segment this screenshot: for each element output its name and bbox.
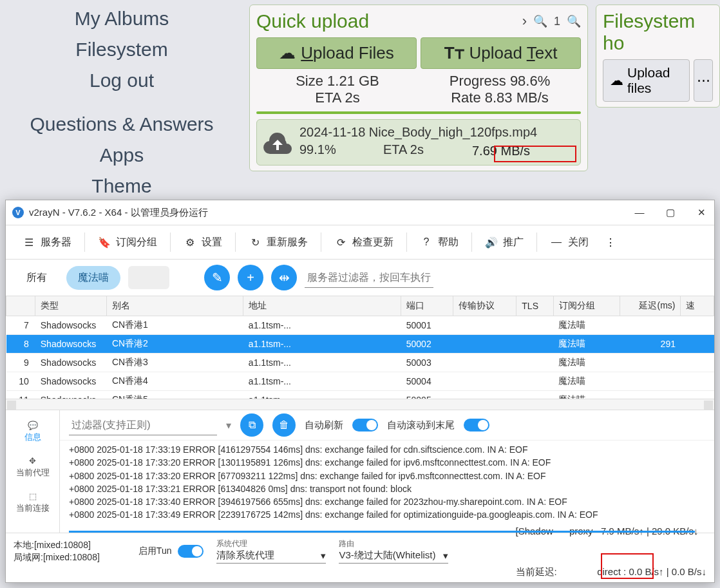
upload-files-button[interactable]: ☁ Upload Files: [256, 37, 417, 69]
log-line: +0800 2025-01-18 17:33:19 ERROR [4161297…: [69, 443, 705, 456]
table-row[interactable]: 11ShadowsocksCN香港5a1.1tsm-...50005魔法喵: [6, 391, 714, 399]
toolbar: ☰服务器 🔖订阅分组 ⚙设置 ↻重新服务 ⟳检查更新 ?帮助 🔊推广 —关闭 ⋮: [6, 225, 714, 260]
plus-icon: +: [247, 270, 254, 285]
size-label: Size 1.21 GB: [256, 73, 419, 90]
update-icon: ⟳: [334, 236, 347, 249]
copy-button[interactable]: ⧉: [240, 413, 263, 437]
trash-icon: 🗑: [279, 419, 289, 431]
nav-filesystem[interactable]: Filesystem: [0, 34, 243, 65]
log-output[interactable]: +0800 2025-01-18 17:33:19 ERROR [4161297…: [60, 440, 714, 533]
table-row[interactable]: 10ShadowsocksCN香港4a1.1tsm-...50004魔法喵: [6, 372, 714, 391]
copy-icon: ⧉: [249, 419, 256, 431]
zoom-out-icon[interactable]: 🔍: [567, 14, 581, 28]
th-type[interactable]: 类型: [35, 296, 107, 316]
minimize-button[interactable]: —: [633, 207, 646, 218]
maximize-button[interactable]: ▢: [664, 207, 677, 218]
log-line: +0800 2025-01-18 17:33:49 ERROR [2239176…: [69, 508, 705, 521]
window-title: v2rayN - V7.6.2 - X64 - 以管理员身份运行: [29, 207, 208, 219]
th-port[interactable]: 端口: [401, 296, 453, 316]
close-button[interactable]: ✕: [695, 207, 708, 218]
server-filter-input[interactable]: [305, 268, 433, 288]
file-name: 2024-11-18 Nice_Body_high_120fps.mp4: [299, 125, 575, 140]
tab-connections[interactable]: ⬚ 当前连接: [12, 488, 53, 518]
megaphone-icon: 🔊: [485, 236, 498, 249]
log-filter-input[interactable]: [69, 415, 217, 435]
highlight-box: [601, 553, 654, 579]
eta-label: ETA 2s: [256, 90, 419, 106]
overflow-button[interactable]: ⋯: [694, 59, 713, 102]
bookmark-icon: 🔖: [98, 236, 111, 249]
nav-my-albums[interactable]: My Albums: [0, 3, 243, 34]
th-speed[interactable]: 速: [681, 296, 714, 316]
gear-icon: ⚙: [184, 236, 196, 249]
server-table: 类型 别名 地址 端口 传输协议 TLS 订阅分组 延迟(ms) 速 7Shad…: [6, 296, 714, 399]
rate-label: Rate 8.83 MB/s: [419, 90, 581, 106]
tb-subscriptions[interactable]: 🔖订阅分组: [90, 231, 165, 254]
table-row[interactable]: 8ShadowsocksCN香港2a1.1tsm-...50002魔法喵291: [6, 335, 714, 354]
panel-title: Filesystem ho: [603, 10, 713, 54]
tb-promo[interactable]: 🔊推广: [477, 231, 531, 254]
lan-addr: 局域网:[mixed:10808]: [14, 551, 100, 563]
kebab-icon[interactable]: ⋮: [605, 236, 616, 249]
route-select[interactable]: V3-绕过大陆(Whitelist)▾: [339, 549, 448, 564]
filesystem-panel: Filesystem ho ☁ Upload files ⋯: [596, 5, 720, 108]
v2rayn-window: V v2rayN - V7.6.2 - X64 - 以管理员身份运行 — ▢ ✕…: [5, 200, 715, 583]
tab-magic[interactable]: 魔法喵: [66, 266, 120, 290]
table-row[interactable]: 9ShadowsocksCN香港3a1.1tsm-...50003魔法喵: [6, 354, 714, 372]
cloud-upload-icon: [262, 129, 293, 155]
local-addr: 本地:[mixed:10808]: [14, 539, 100, 551]
upload-files-button[interactable]: ☁ Upload files: [603, 59, 690, 102]
tab-info[interactable]: 💬 信息: [21, 417, 45, 447]
upload-file-card: 2024-11-18 Nice_Body_high_120fps.mp4 99.…: [256, 119, 581, 166]
nav-logout[interactable]: Log out: [0, 65, 243, 96]
file-eta: ETA 2s: [383, 142, 467, 160]
log-line: +0800 2025-01-18 17:33:20 ERROR [6770932…: [69, 469, 705, 482]
nav-apps[interactable]: Apps: [0, 140, 243, 171]
split-icon: ⇹: [279, 270, 290, 285]
log-line: +0800 2025-01-18 17:33:20 ERROR [1301195…: [69, 456, 705, 469]
highlight-box: [494, 146, 576, 162]
zoom-in-icon[interactable]: 🔍: [533, 14, 547, 28]
th-sub[interactable]: 订阅分组: [553, 296, 620, 316]
th-delay[interactable]: 延迟(ms): [620, 296, 681, 316]
th-alias[interactable]: 别名: [107, 296, 243, 316]
nav-theme[interactable]: Theme: [0, 171, 243, 202]
zoom-value: 1: [554, 15, 560, 28]
th-tls[interactable]: TLS: [516, 296, 554, 316]
servers-icon: ☰: [23, 236, 35, 249]
auto-scroll-toggle[interactable]: [464, 419, 489, 432]
add-button[interactable]: +: [238, 265, 263, 290]
titlebar[interactable]: V v2rayN - V7.6.2 - X64 - 以管理员身份运行 — ▢ ✕: [6, 200, 714, 225]
tb-help[interactable]: ?帮助: [412, 231, 466, 254]
file-pct: 99.1%: [299, 142, 383, 160]
tb-close[interactable]: —关闭: [542, 231, 596, 254]
split-button[interactable]: ⇹: [271, 265, 297, 290]
th-proto[interactable]: 传输协议: [453, 296, 516, 316]
next-icon[interactable]: ›: [522, 13, 527, 30]
auto-refresh-toggle[interactable]: [352, 419, 378, 432]
sidebar: My Albums Filesystem Log out Questions &…: [0, 0, 243, 200]
chevron-down-icon: ▾: [443, 550, 448, 562]
edit-button[interactable]: ✎: [204, 265, 230, 290]
delete-button[interactable]: 🗑: [272, 413, 296, 437]
tb-settings[interactable]: ⚙设置: [176, 231, 230, 254]
tb-restart[interactable]: ↻重新服务: [241, 231, 316, 254]
nodes-icon: ⬚: [29, 491, 37, 501]
sysproxy-select[interactable]: 清除系统代理▾: [216, 549, 326, 564]
tb-check-update[interactable]: ⟳检查更新: [327, 231, 401, 254]
horizontal-scrollbar[interactable]: [6, 399, 714, 410]
tun-toggle[interactable]: [178, 545, 204, 558]
app-logo-icon: V: [12, 207, 24, 218]
chevron-down-icon: ▾: [321, 550, 326, 562]
upload-text-button[interactable]: Tᴛ Upload Text: [421, 37, 581, 69]
tb-servers[interactable]: ☰服务器: [15, 231, 79, 254]
auto-refresh-label: 自动刷新: [305, 419, 343, 432]
text-icon: Tᴛ: [444, 43, 464, 63]
pencil-icon: ✎: [212, 270, 223, 285]
tab-all[interactable]: 所有: [15, 266, 59, 290]
table-row[interactable]: 7ShadowsocksCN香港1a1.1tsm-...50001魔法喵: [6, 316, 714, 335]
nav-qa[interactable]: Questions & Answers: [0, 109, 243, 140]
th-addr[interactable]: 地址: [243, 296, 401, 316]
tab-current-proxy[interactable]: ✥ 当前代理: [12, 452, 53, 482]
quick-upload-panel: Quick upload › 🔍 1 🔍 ☁ Upload Files Tᴛ U…: [249, 5, 588, 171]
